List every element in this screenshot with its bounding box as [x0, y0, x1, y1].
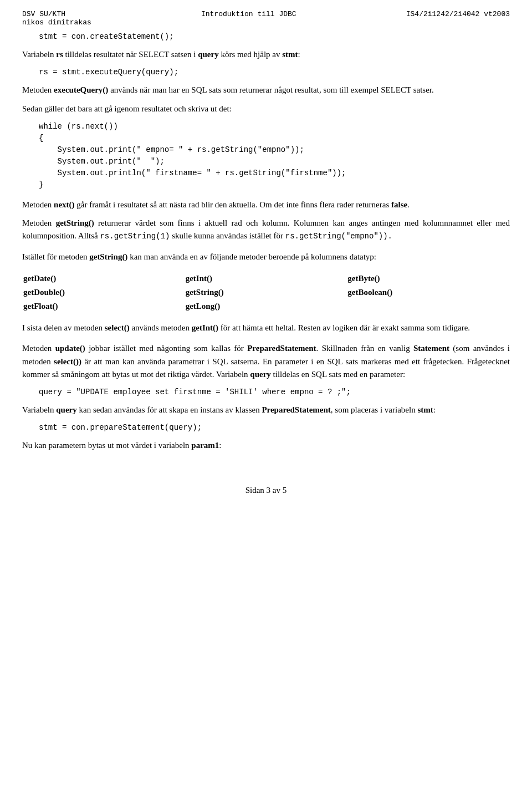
para4-false-bold: false	[391, 200, 407, 209]
methods-table: getDate() getInt() getByte() getDouble()…	[22, 271, 510, 314]
paragraph-rs-intro: Variabeln rs tilldelas resultatet när SE…	[22, 48, 510, 61]
methods-row-1: getDate() getInt() getByte()	[23, 272, 509, 285]
header-course: IS4/2i1242/2i4042 vt2003	[406, 10, 510, 27]
para6-getstring-bold: getString()	[89, 252, 127, 261]
para8-query-bold: query	[250, 370, 271, 379]
para9-suffix: , som placeras i variabeln	[331, 405, 418, 414]
para7-select-bold: select()	[105, 323, 130, 332]
method-getfloat: getFloat()	[23, 300, 185, 313]
para1-query-bold: query	[198, 50, 219, 59]
para1-prefix: Variabeln	[22, 50, 56, 59]
method-getdouble: getDouble()	[23, 286, 185, 299]
paragraph-next-method: Metoden next() går framåt i resultatet s…	[22, 198, 510, 211]
para1-stmt-bold: stmt	[282, 50, 298, 59]
para10-param-bold: param1	[191, 441, 219, 450]
paragraph-update-method: Metoden update() jobbar istället med någ…	[22, 342, 510, 381]
code-query-update: query = "UPDATE employee set firstnme = …	[39, 386, 510, 398]
para2-bold: executeQuery()	[54, 85, 108, 94]
header-title: Introduktion till JDBC	[201, 10, 296, 27]
method-getstring: getString()	[186, 286, 347, 299]
paragraph-executequery: Metoden executeQuery() används när man h…	[22, 84, 510, 96]
method-getint: getInt()	[186, 272, 347, 285]
paragraph-param: Nu kan parametern bytas ut mot värdet i …	[22, 439, 510, 452]
para7-prefix: I sista delen av metoden	[22, 323, 105, 332]
paragraph-getstring: Metoden getString() returnerar värdet so…	[22, 217, 510, 243]
para8-preparedstatement-bold: PreparedStatement	[247, 344, 316, 353]
para10-end: :	[219, 441, 221, 450]
para5-code1: rs.getString(1)	[100, 232, 170, 241]
para2-suffix: används när man har en SQL sats som retu…	[108, 85, 433, 94]
para8-statement-bold: Statement	[413, 344, 449, 353]
para9-end: :	[433, 405, 436, 414]
paragraph-select-method: I sista delen av metoden select() använd…	[22, 322, 510, 334]
para9-preparedstatement-bold: PreparedStatement	[262, 405, 330, 414]
para7-mid: används metoden	[130, 323, 192, 332]
footer-text: Sidan 3 av 5	[245, 486, 287, 495]
para7-getint-bold: getInt()	[192, 323, 218, 332]
code-execute-query: rs = stmt.executeQuery(query);	[39, 67, 510, 78]
para8-mid1: jobbar istället med någonting som kallas…	[85, 344, 247, 353]
para10-text: Nu kan parametern bytas ut mot värdet i …	[22, 441, 191, 450]
para4-prefix: Metoden	[22, 200, 54, 209]
para9-mid: kan sedan användas för att skapa en inst…	[77, 405, 262, 414]
para5-mid2: skulle kunna användas istället för	[170, 231, 285, 240]
para4-next-bold: next()	[54, 200, 75, 209]
para8-select-bold: select())	[54, 357, 81, 366]
method-empty	[347, 300, 509, 313]
paragraph-sedan: Sedan gäller det bara att gå igenom resu…	[22, 103, 510, 115]
para4-suffix: .	[407, 200, 410, 209]
method-getlong: getLong()	[186, 300, 347, 313]
para8-prefix: Metoden	[22, 344, 55, 353]
code-while-loop: while (rs.next()) { System.out.print(" e…	[39, 121, 510, 191]
para5-prefix: Metoden	[22, 218, 56, 227]
methods-row-3: getFloat() getLong()	[23, 300, 509, 313]
para9-stmt-bold: stmt	[417, 405, 433, 414]
para1-suffix: :	[298, 50, 300, 59]
code-create-statement: stmt = con.createStatement();	[39, 31, 510, 43]
para1-mid2: körs med hjälp av	[219, 50, 283, 59]
header-left: DSV SU/KTH nikos dimitrakas	[22, 10, 91, 27]
para5-code2: rs.getString("empno")).	[285, 232, 392, 241]
para8-mid4: tilldelas en SQL sats med en parameter:	[271, 370, 405, 379]
para9-prefix: Variabeln	[22, 405, 56, 414]
method-getdate: getDate()	[23, 272, 185, 285]
header-author: nikos dimitrakas	[22, 18, 91, 27]
header-institution: DSV SU/KTH	[22, 10, 91, 18]
method-getboolean: getBoolean()	[347, 286, 509, 299]
para9-query-bold: query	[56, 405, 77, 414]
page-header: DSV SU/KTH nikos dimitrakas Introduktion…	[22, 10, 510, 27]
paragraph-instead-of: Istället för metoden getString() kan man…	[22, 251, 510, 263]
paragraph-query-variable: Variabeln query kan sedan användas för a…	[22, 404, 510, 416]
para6-suffix: kan man använda en av följande metoder b…	[127, 252, 376, 261]
para6-prefix: Istället för metoden	[22, 252, 89, 261]
para1-mid1: tilldelas resultatet när SELECT satsen i	[63, 50, 198, 59]
para2-prefix: Metoden	[22, 85, 54, 94]
para8-suffix: . Skillnaden från en vanlig	[316, 344, 413, 353]
para4-mid: går framåt i resultatet så att nästa rad…	[75, 200, 391, 209]
code-prepare-statement: stmt = con.prepareStatement(query);	[39, 422, 510, 434]
page-footer: Sidan 3 av 5	[22, 486, 510, 495]
methods-row-2: getDouble() getString() getBoolean()	[23, 286, 509, 299]
para8-update-bold: update()	[55, 344, 85, 353]
para1-rs-bold: rs	[56, 50, 63, 59]
method-getbyte: getByte()	[347, 272, 509, 285]
para5-getstring-bold: getString()	[56, 218, 94, 227]
para7-suffix: för att hämta ett heltal. Resten av logi…	[218, 323, 470, 332]
